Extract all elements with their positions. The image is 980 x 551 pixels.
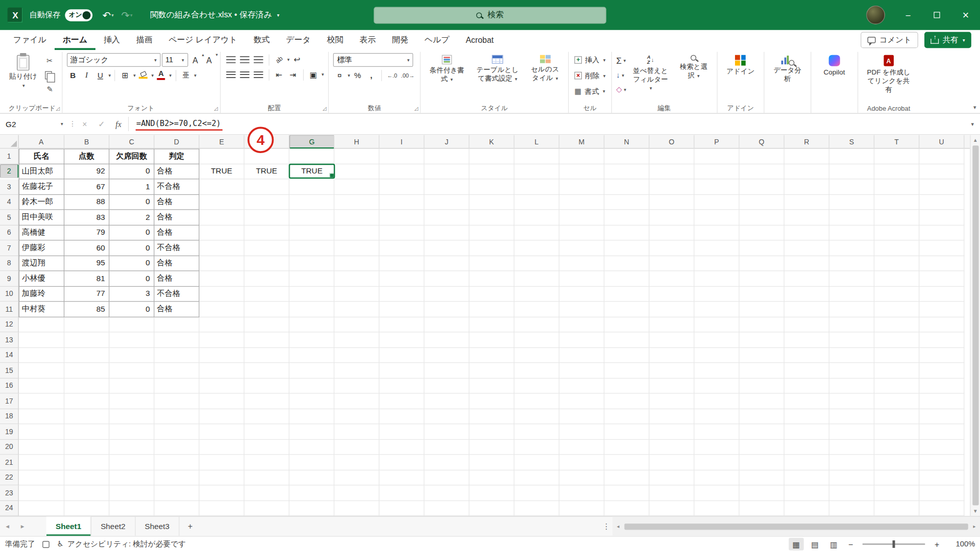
cell-P22[interactable] [694, 470, 739, 485]
name-box-resize-handle[interactable]: ⋮ [69, 114, 77, 134]
comma-style-button[interactable]: , [365, 69, 377, 82]
row-header-17[interactable]: 17 [0, 393, 19, 409]
cell-M6[interactable] [559, 225, 604, 240]
delete-cells-button[interactable]: ×削除▾ [573, 69, 607, 83]
cell-R9[interactable] [785, 271, 829, 286]
horizontal-scrollbar[interactable]: ◂ ▸ [612, 517, 980, 536]
cell-Q21[interactable] [740, 455, 785, 470]
zoom-out-button[interactable]: − [845, 539, 856, 548]
row-header-24[interactable]: 24 [0, 500, 19, 516]
vertical-scroll-thumb[interactable] [972, 145, 978, 505]
cell-K14[interactable] [470, 347, 514, 363]
cell-Q4[interactable] [740, 194, 785, 210]
cell-P6[interactable] [694, 225, 739, 240]
cell-R14[interactable] [785, 347, 829, 363]
cell-M3[interactable] [559, 179, 604, 194]
zoom-slider[interactable] [863, 543, 925, 544]
cell-K10[interactable] [470, 286, 514, 302]
page-break-view-button[interactable]: ▥ [826, 538, 841, 550]
cell-F9[interactable] [244, 271, 289, 286]
cell-J10[interactable] [424, 286, 469, 302]
cell-D3[interactable]: 不合格 [154, 179, 199, 194]
cell-N20[interactable] [604, 439, 649, 455]
cell-G2[interactable]: TRUE [289, 164, 334, 178]
redo-button[interactable]: ↷▾ [117, 5, 136, 25]
cell-N12[interactable] [604, 317, 649, 332]
cell-T23[interactable] [874, 485, 919, 500]
column-header-L[interactable]: L [514, 135, 559, 148]
cell-M9[interactable] [559, 271, 604, 286]
grow-font-button[interactable]: A▴ [189, 54, 201, 67]
cell-M13[interactable] [559, 332, 604, 347]
cell-U14[interactable] [919, 347, 964, 363]
cell-M5[interactable] [559, 210, 604, 225]
cell-A7[interactable]: 伊藤彩 [19, 240, 64, 256]
cell-K1[interactable] [470, 148, 514, 164]
cell-M12[interactable] [559, 317, 604, 332]
cell-T13[interactable] [874, 332, 919, 347]
cell-D19[interactable] [154, 424, 199, 439]
cell-F8[interactable] [244, 256, 289, 271]
cell-A12[interactable] [19, 317, 64, 332]
autosave-control[interactable]: 自動保存 オン [30, 9, 93, 21]
cell-R16[interactable] [785, 378, 829, 393]
sheet-options-icon[interactable]: ⋮ [600, 517, 612, 536]
cell-I6[interactable] [379, 225, 424, 240]
cell-F17[interactable] [244, 393, 289, 409]
cell-I9[interactable] [379, 271, 424, 286]
undo-button[interactable]: ↶▾ [99, 5, 117, 25]
cell-F11[interactable] [244, 302, 289, 317]
cell-H10[interactable] [334, 286, 379, 302]
font-color-button[interactable]: A [155, 69, 167, 82]
cell-E3[interactable] [200, 179, 244, 194]
column-header-U[interactable]: U [919, 135, 964, 148]
cell-P1[interactable] [694, 148, 739, 164]
cell-H4[interactable] [334, 194, 379, 210]
cell-Q5[interactable] [740, 210, 785, 225]
cell-T8[interactable] [874, 256, 919, 271]
cell-F18[interactable] [244, 409, 289, 424]
cell-J13[interactable] [424, 332, 469, 347]
cell-L11[interactable] [514, 302, 559, 317]
cell-H7[interactable] [334, 240, 379, 256]
cell-A2[interactable]: 山田太郎 [19, 164, 64, 179]
cell-L24[interactable] [514, 500, 559, 516]
close-button[interactable]: × [951, 0, 980, 30]
cell-N5[interactable] [604, 210, 649, 225]
cell-G13[interactable] [289, 332, 334, 347]
cell-S1[interactable] [829, 148, 874, 164]
cell-D12[interactable] [154, 317, 199, 332]
cell-E14[interactable] [200, 347, 244, 363]
cell-K4[interactable] [470, 194, 514, 210]
cell-T4[interactable] [874, 194, 919, 210]
column-header-T[interactable]: T [874, 135, 919, 148]
column-header-K[interactable]: K [470, 135, 514, 148]
cell-R22[interactable] [785, 470, 829, 485]
cell-G17[interactable] [289, 393, 334, 409]
cell-M22[interactable] [559, 470, 604, 485]
cell-S14[interactable] [829, 347, 874, 363]
cell-G19[interactable] [289, 424, 334, 439]
cell-F23[interactable] [244, 485, 289, 500]
cell-J7[interactable] [424, 240, 469, 256]
cell-H6[interactable] [334, 225, 379, 240]
cell-G4[interactable] [289, 194, 334, 210]
cell-D8[interactable]: 合格 [154, 256, 199, 271]
cell-D2[interactable]: 合格 [154, 164, 199, 179]
row-header-10[interactable]: 10 [0, 286, 19, 302]
cell-R8[interactable] [785, 256, 829, 271]
cell-L5[interactable] [514, 210, 559, 225]
cell-U2[interactable] [919, 164, 964, 179]
cell-A6[interactable]: 高橋健 [19, 225, 64, 240]
row-header-23[interactable]: 23 [0, 485, 19, 500]
cell-O8[interactable] [649, 256, 694, 271]
cell-L6[interactable] [514, 225, 559, 240]
cell-H9[interactable] [334, 271, 379, 286]
cell-C15[interactable] [109, 363, 154, 378]
copilot-button[interactable]: Copilot [816, 53, 853, 103]
cell-K8[interactable] [470, 256, 514, 271]
scroll-right-icon[interactable]: ▸ [969, 522, 979, 531]
comments-button[interactable]: コメント [861, 32, 918, 48]
cell-B24[interactable] [64, 500, 109, 516]
cell-L23[interactable] [514, 485, 559, 500]
